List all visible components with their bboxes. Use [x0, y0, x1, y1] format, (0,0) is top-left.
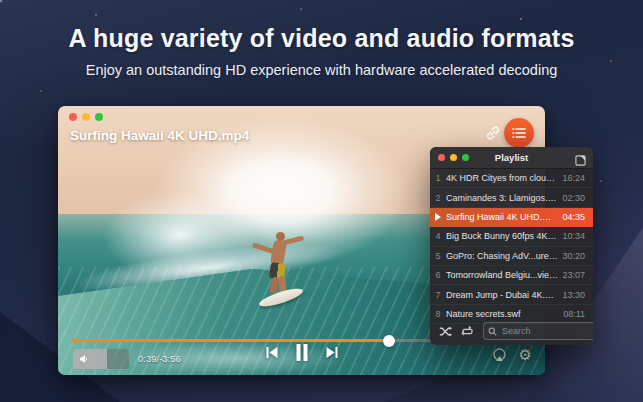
- link-button[interactable]: [485, 125, 501, 141]
- play-icon: [430, 213, 446, 221]
- playlist-row-duration: 02:30: [562, 193, 593, 203]
- zoom-button[interactable]: [95, 113, 103, 121]
- window-title: Surfing Hawaii 4K UHD.mp4: [70, 128, 249, 143]
- airplay-button[interactable]: [492, 348, 507, 363]
- repeat-button[interactable]: [461, 326, 474, 337]
- next-icon: [325, 346, 338, 359]
- close-button[interactable]: [69, 113, 77, 121]
- playlist-row-title: Caminandes 3: Llamigos.mov: [446, 193, 562, 203]
- volume-slider[interactable]: [73, 349, 129, 369]
- playlist-row[interactable]: 1 4K HDR Cityes from clouds.avi 16:24: [430, 169, 593, 188]
- playlist-row-number: 2: [430, 193, 446, 203]
- playlist-row-title: Big Buck Bunny 60fps 4K.mkv: [446, 231, 562, 241]
- attach-playlist-button[interactable]: [575, 152, 586, 170]
- search-field[interactable]: [483, 322, 593, 340]
- pause-icon: [295, 344, 308, 361]
- attach-window-icon: [575, 155, 586, 166]
- playlist-row-duration: 16:24: [562, 173, 593, 183]
- playlist-row-duration: 10:34: [562, 231, 593, 241]
- hero-banner: A huge variety of video and audio format…: [0, 24, 643, 78]
- playlist-row-duration: 13:30: [562, 290, 593, 300]
- wallpaper-stars: [0, 0, 2, 2]
- playlist-row-duration: 23:07: [562, 270, 593, 280]
- link-icon: [485, 125, 501, 141]
- pause-button[interactable]: [295, 344, 308, 361]
- window-traffic-lights: [69, 113, 103, 121]
- playlist-row-title: Surfing Hawaii 4K UHD.mp4: [446, 212, 562, 222]
- playlist-row-title: 4K HDR Cityes from clouds.avi: [446, 173, 562, 183]
- player-right-controls: ⚙: [492, 348, 532, 363]
- playlist-row-number: 5: [430, 251, 446, 261]
- time-display: 0:39/-3:56: [138, 349, 181, 369]
- playlist-row-duration: 04:35: [562, 212, 593, 222]
- next-button[interactable]: [325, 346, 338, 359]
- progress-knob[interactable]: [383, 335, 395, 347]
- playlist-list: 1 4K HDR Cityes from clouds.avi 16:24 2 …: [430, 169, 593, 324]
- progress-fill: [72, 339, 389, 342]
- previous-button[interactable]: [265, 346, 278, 359]
- playlist-toggle-button[interactable]: [504, 118, 534, 148]
- search-input[interactable]: [500, 325, 593, 337]
- shuffle-icon: [439, 326, 452, 337]
- playlist-row-title: GoPro: Chasing AdV...ure 4K.mp4: [446, 251, 562, 261]
- playlist-footer: [430, 317, 593, 345]
- minimize-button[interactable]: [82, 113, 90, 121]
- hero-title: A huge variety of video and audio format…: [0, 24, 643, 53]
- playlist-panel: Playlist 1 4K HDR Cityes from clouds.avi…: [430, 147, 593, 345]
- playlist-row-title: Tomorrowland Belgiu...vie 4K.mkv: [446, 270, 562, 280]
- playlist-row[interactable]: 5 GoPro: Chasing AdV...ure 4K.mp4 30:20: [430, 247, 593, 266]
- surfer-figure: [248, 230, 308, 320]
- playlist-icon: [512, 127, 526, 139]
- playlist-row[interactable]: 7 Dream Jump - Dubai 4K.wmv 13:30: [430, 285, 593, 304]
- playlist-row-number: 6: [430, 270, 446, 280]
- playlist-row[interactable]: Surfing Hawaii 4K UHD.mp4 04:35: [430, 208, 593, 227]
- playlist-title: Playlist: [430, 152, 593, 163]
- playlist-row[interactable]: 2 Caminandes 3: Llamigos.mov 02:30: [430, 188, 593, 207]
- playlist-row-duration: 30:20: [562, 251, 593, 261]
- playlist-row-title: Dream Jump - Dubai 4K.wmv: [446, 290, 562, 300]
- desktop: A huge variety of video and audio format…: [0, 0, 643, 402]
- playlist-row-number: 1: [430, 173, 446, 183]
- playlist-header: Playlist: [430, 147, 593, 169]
- transport-controls: [265, 344, 338, 361]
- playlist-row-number: 4: [430, 231, 446, 241]
- previous-icon: [265, 346, 278, 359]
- search-icon: [488, 327, 497, 336]
- airplay-icon: [492, 348, 507, 363]
- repeat-icon: [461, 326, 474, 337]
- playlist-row[interactable]: 4 Big Buck Bunny 60fps 4K.mkv 10:34: [430, 227, 593, 246]
- shuffle-button[interactable]: [439, 326, 452, 337]
- playlist-row-number: 7: [430, 290, 446, 300]
- settings-button[interactable]: ⚙: [519, 348, 532, 363]
- speaker-icon: [79, 354, 89, 364]
- playlist-row[interactable]: 6 Tomorrowland Belgiu...vie 4K.mkv 23:07: [430, 266, 593, 285]
- hero-subtitle: Enjoy an outstanding HD experience with …: [0, 62, 643, 78]
